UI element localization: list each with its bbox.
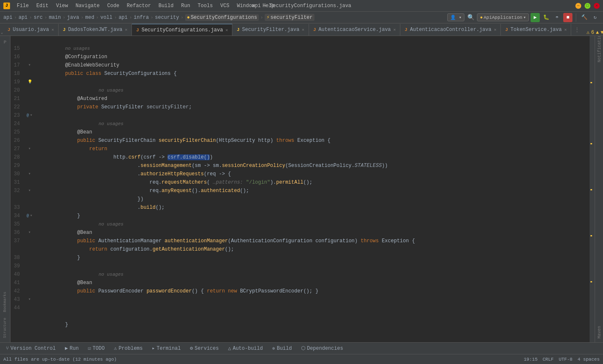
line-numbers: 15 16 17 18 19 20 21 22 23 24 25 26 27 2… — [10, 36, 26, 342]
user-dropdown[interactable]: 👤 ▾ — [447, 13, 464, 21]
hint-line-nousages-15: no usages — [35, 36, 590, 44]
close-button[interactable]: ✕ — [594, 3, 600, 9]
code-line-34[interactable]: public AuthenticationManager authenticat… — [35, 228, 590, 237]
code-line-39[interactable]: public PasswordEncoder passwordEncoder()… — [35, 279, 590, 287]
breadcrumb-security-filter[interactable]: ⚡securityFilter — [265, 14, 314, 21]
tab-close-dadostoken[interactable]: ✕ — [125, 27, 127, 32]
minimize-button[interactable]: — — [575, 3, 581, 9]
code-line-43[interactable]: } — [35, 312, 590, 320]
tab-close-securityconfig[interactable]: ✕ — [225, 28, 228, 33]
maximize-button[interactable]: □ — [585, 3, 590, 9]
project-panel-toggle[interactable]: ◂ — [0, 31, 3, 36]
menu-navigate[interactable]: Navigate — [72, 2, 103, 10]
breadcrumb-voll[interactable]: voll — [100, 15, 113, 21]
maven-panel[interactable]: Maven — [596, 324, 603, 341]
status-line-ending[interactable]: CRLF — [543, 357, 554, 362]
bottom-tab-problems[interactable]: ⚠ Problems — [110, 344, 147, 353]
tab-close-autservice[interactable]: ✕ — [393, 27, 396, 32]
run-config-dropdown[interactable]: ● ApiApplication ▾ — [477, 13, 529, 21]
code-editor[interactable]: 15 16 17 18 19 20 21 22 23 24 25 26 27 2… — [10, 36, 595, 342]
code-line-44 — [35, 320, 590, 329]
bottom-tab-autobuild[interactable]: △ Auto-build — [224, 344, 267, 353]
stop-button[interactable]: ■ — [563, 13, 572, 22]
tab-label-usuario: Usuario.java — [13, 27, 49, 33]
build-button[interactable]: 🔨 — [580, 13, 589, 22]
tab-usuario[interactable]: J Usuario.java ✕ — [3, 24, 59, 36]
warning-badge[interactable]: ⚠ 6 ▲ ▼ — [583, 29, 603, 36]
notifications-panel[interactable]: Notifications — [596, 38, 603, 54]
tab-securityfilter[interactable]: J SecurityFilter.java ✕ — [232, 24, 309, 36]
breadcrumb-java[interactable]: java — [67, 15, 79, 21]
fold-class-end[interactable]: ▾ — [26, 295, 32, 304]
bottom-tab-dependencies[interactable]: ⬡ Dependencies — [297, 344, 347, 353]
bottom-tab-version-control[interactable]: ⑂ Version Control — [2, 344, 60, 353]
run-button[interactable]: ▶ — [531, 13, 540, 22]
menu-code[interactable]: Code — [104, 2, 123, 10]
tab-dadostoken[interactable]: J DadosTokenJWT.java ✕ — [59, 24, 132, 36]
breadcrumb-security[interactable]: security — [155, 15, 179, 21]
tab-autenticacaocontroller[interactable]: J AutenticacaoController.java ✕ — [400, 24, 501, 36]
search-everywhere-button[interactable]: 🔍 — [466, 13, 475, 22]
status-indent[interactable]: 4 spaces — [577, 357, 600, 362]
menu-run[interactable]: Run — [178, 2, 193, 10]
run-icon: ▶ — [65, 345, 68, 351]
menu-tools[interactable]: Tools — [194, 2, 216, 10]
menu-file[interactable]: File — [13, 2, 32, 10]
warning-down-arrow[interactable]: ▼ — [600, 30, 603, 36]
code-line-23[interactable]: public SecurityFilterChain securityFilte… — [35, 128, 590, 136]
fold-brace-30[interactable]: ▾ — [26, 170, 32, 178]
menu-vcs[interactable]: VCS — [217, 2, 233, 10]
structure-icon[interactable]: Structure — [0, 315, 10, 341]
tab-close-tokenservice[interactable]: ✕ — [564, 27, 567, 32]
fold-method-23[interactable]: ▾ — [29, 111, 34, 120]
menu-refactor[interactable]: Refactor — [124, 2, 155, 10]
project-icon[interactable]: P — [0, 38, 10, 47]
bottom-tab-services[interactable]: ⚙ Services — [186, 344, 223, 353]
tab-icon-usuario: J — [8, 27, 10, 32]
breadcrumb-api-1[interactable]: api — [3, 15, 13, 21]
tabs-bar: ◂ J Usuario.java ✕ J DadosTokenJWT.java … — [0, 23, 603, 36]
app-icon: J — [3, 3, 10, 9]
breadcrumb-api-3[interactable]: api — [119, 15, 128, 21]
fold-method-34[interactable]: ▾ — [29, 212, 34, 220]
status-encoding[interactable]: UTF-8 — [559, 357, 572, 362]
bookmarks-icon[interactable]: Bookmarks — [0, 290, 10, 315]
tab-close-autcontroller[interactable]: ✕ — [494, 27, 496, 32]
breadcrumb-security-configurations[interactable]: ●SecurityConfigurations — [185, 14, 259, 21]
sync-button[interactable]: ↻ — [590, 13, 600, 22]
breadcrumb-bar: api › api › src › main › java › med › vo… — [0, 12, 603, 23]
menu-view[interactable]: View — [53, 2, 72, 10]
code-line-20[interactable]: private SecurityFilter securityFilter; — [35, 95, 590, 103]
tab-autenticacaoservice[interactable]: J AutenticacaoService.java ✕ — [309, 24, 400, 36]
tab-securityconfigurations[interactable]: J SecurityConfigurations.java ✕ — [132, 24, 232, 36]
menu-build[interactable]: Build — [155, 2, 177, 10]
breadcrumb-src[interactable]: src — [34, 15, 43, 21]
menu-edit[interactable]: Edit — [33, 2, 52, 10]
bottom-tab-todo[interactable]: ☑ TODO — [84, 344, 109, 353]
tab-close-securityfilter[interactable]: ✕ — [302, 27, 304, 32]
code-line-16[interactable]: @EnableWebSecurity — [35, 53, 590, 61]
tab-tokenservice[interactable]: J TokenService.java ✕ — [501, 24, 571, 36]
breadcrumb-med[interactable]: med — [85, 15, 95, 21]
breadcrumb-api-2[interactable]: api — [18, 15, 28, 21]
debug-button[interactable]: 🐛 — [541, 13, 551, 22]
fold-method-end-36[interactable]: ▾ — [26, 228, 32, 237]
code-line-25[interactable]: http.csrf(csrf -> csrf.disable()) — [35, 145, 590, 153]
warning-up-arrow[interactable]: ▲ — [596, 30, 599, 36]
breadcrumb-main[interactable]: main — [49, 15, 61, 21]
terminal-label: Terminal — [157, 346, 181, 351]
bottom-tab-build[interactable]: ✲ Build — [268, 344, 296, 353]
code-line-15[interactable]: @Configuration — [35, 44, 590, 53]
editor-area: 15 16 17 18 19 20 21 22 23 24 25 26 27 2… — [10, 36, 595, 342]
fold-lambda-27[interactable]: ▾ — [26, 145, 32, 153]
fold-method-end-32[interactable]: ▾ — [26, 187, 32, 195]
build-icon: ✲ — [272, 345, 275, 351]
tab-close-usuario[interactable]: ✕ — [52, 27, 54, 32]
bottom-tab-run[interactable]: ▶ Run — [61, 344, 83, 353]
coverage-button[interactable]: ☂ — [552, 13, 562, 22]
bottom-tab-terminal[interactable]: ▸ Terminal — [148, 344, 185, 353]
fold-class[interactable]: ▾ — [26, 61, 32, 69]
tabs-overflow-button[interactable]: ⋮ — [571, 24, 583, 36]
breadcrumb-infra[interactable]: infra — [134, 15, 149, 21]
status-position[interactable]: 19:15 — [524, 357, 538, 362]
